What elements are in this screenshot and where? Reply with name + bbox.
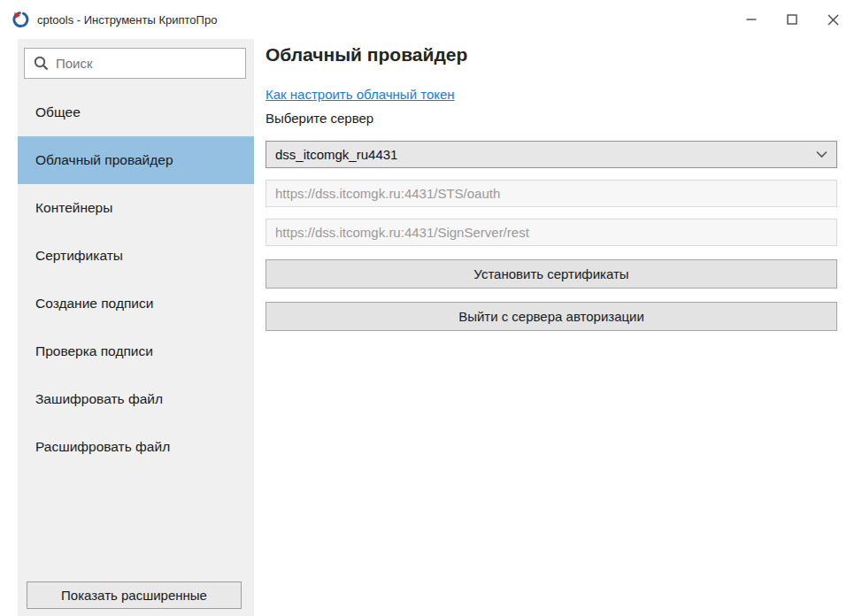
sidebar-nav: Общее Облачный провайдер Контейнеры Серт…: [18, 89, 254, 471]
sidebar-item-label: Облачный провайдер: [35, 152, 173, 168]
window-title: cptools - Инструменты КриптоПро: [37, 13, 217, 27]
minimize-icon: [746, 14, 757, 25]
sidebar-item-create-signature[interactable]: Создание подписи: [18, 280, 254, 327]
sidebar-item-label: Расшифровать файл: [35, 439, 170, 455]
server-select-value: dss_itcomgk_ru4431: [275, 147, 816, 162]
sidebar-item-containers[interactable]: Контейнеры: [18, 184, 254, 232]
sidebar-item-label: Зашифровать файл: [35, 391, 163, 407]
sidebar-item-label: Проверка подписи: [35, 343, 153, 359]
cloud-token-help-link[interactable]: Как настроить облачный токен: [266, 87, 455, 103]
logout-auth-server-button[interactable]: Выйти с сервера авторизации: [266, 302, 837, 331]
show-advanced-button[interactable]: Показать расширенные: [27, 581, 242, 609]
chevron-down-icon: [816, 150, 827, 158]
server-select[interactable]: dss_itcomgk_ru4431: [266, 141, 837, 168]
sidebar-item-label: Создание подписи: [35, 296, 153, 312]
server-select-label: Выберите сервер: [266, 111, 837, 127]
sidebar-item-verify-signature[interactable]: Проверка подписи: [18, 327, 254, 375]
sidebar-item-certificates[interactable]: Сертификаты: [18, 232, 254, 280]
cryptopro-logo-icon: [12, 11, 30, 28]
sidebar-item-cloud-provider[interactable]: Облачный провайдер: [18, 136, 254, 184]
sidebar-item-label: Контейнеры: [35, 200, 112, 216]
main-panel: Облачный провайдер Как настроить облачны…: [266, 39, 837, 331]
sidebar-item-label: Сертификаты: [35, 248, 123, 264]
install-certificates-button[interactable]: Установить сертификаты: [266, 259, 837, 289]
app-window: cptools - Инструменты КриптоПро: [0, 0, 862, 616]
maximize-button[interactable]: [772, 0, 812, 39]
search-input[interactable]: [56, 56, 245, 71]
sidebar-item-label: Общее: [35, 104, 81, 120]
maximize-icon: [787, 14, 797, 25]
sidebar: Общее Облачный провайдер Контейнеры Серт…: [18, 39, 254, 616]
close-icon: [827, 14, 839, 26]
close-button[interactable]: [812, 0, 853, 39]
search-icon: [34, 56, 49, 71]
sidebar-item-decrypt-file[interactable]: Расшифровать файл: [18, 423, 254, 471]
search-box: [24, 48, 246, 79]
window-controls: [731, 0, 853, 39]
title-bar: cptools - Инструменты КриптоПро: [0, 0, 862, 39]
minimize-button[interactable]: [731, 0, 772, 39]
page-title: Облачный провайдер: [266, 42, 837, 67]
sign-server-url-field[interactable]: [266, 219, 837, 246]
sidebar-item-general[interactable]: Общее: [18, 89, 254, 136]
sidebar-item-encrypt-file[interactable]: Зашифровать файл: [18, 375, 254, 423]
sts-oauth-url-field[interactable]: [266, 180, 837, 207]
